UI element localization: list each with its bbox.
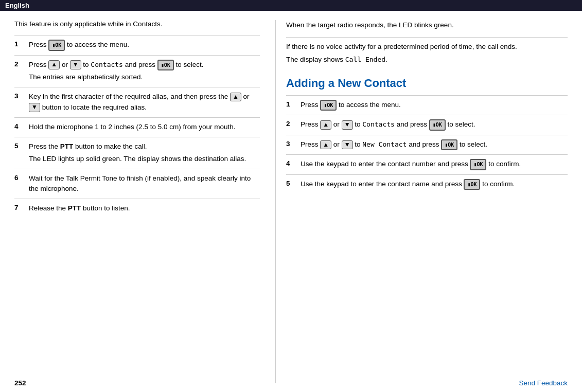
- step-num-1: 1: [14, 40, 24, 48]
- left-step-3: 3 Key in the first character of the requ…: [14, 87, 260, 117]
- send-feedback-link[interactable]: Send Feedback: [519, 379, 568, 387]
- left-step-4: 4 Hold the microphone 1 to 2 inches (2.5…: [14, 117, 260, 137]
- right-step-4: 4 Use the keypad to enter the contact nu…: [286, 154, 568, 174]
- right-step-5: 5 Use the keypad to enter the contact na…: [286, 174, 568, 194]
- up-arrow-icon: ▲: [230, 93, 241, 102]
- footer: 252 Send Feedback: [14, 379, 568, 387]
- right-step-content-2: Press ▲ or ▼ to Contacts and press ▮OK t…: [301, 119, 568, 131]
- right-step-2: 2 Press ▲ or ▼ to Contacts and press ▮OK…: [286, 115, 568, 135]
- right-step-content-3: Press ▲ or ▼ to New Contact and press ▮O…: [301, 139, 568, 151]
- step-content-1: Press ▮OK to access the menu.: [29, 40, 260, 51]
- ok-btn-r5: ▮OK: [464, 179, 480, 190]
- left-step-1: 1 Press ▮OK to access the menu.: [14, 35, 260, 55]
- step-num-4: 4: [14, 122, 24, 130]
- ok-btn-icon: ▮OK: [48, 40, 65, 51]
- ptt-label-2: PTT: [68, 204, 81, 212]
- section-title-container: Adding a New Contact: [286, 77, 568, 90]
- up-arrow-r2: ▲: [320, 120, 331, 130]
- step-2-subtext: The entries are alphabetically sorted.: [29, 72, 260, 83]
- down-arrow-icon: ▼: [70, 60, 81, 69]
- right-intro-block-1: When the target radio responds, the LED …: [286, 20, 568, 37]
- ptt-label: PTT: [60, 142, 74, 150]
- header-label: English: [5, 2, 29, 9]
- right-column: When the target radio responds, the LED …: [275, 20, 568, 383]
- step-num-5: 5: [14, 141, 24, 150]
- step-content-5: Press the PTT button to make the call. T…: [29, 141, 260, 165]
- right-step-1: 1 Press ▮OK to access the menu.: [286, 95, 568, 115]
- header-bar: English: [0, 0, 582, 11]
- right-step-num-2: 2: [286, 119, 295, 128]
- left-step-7: 7 Release the PTT button to listen.: [14, 199, 260, 218]
- step-num-3: 3: [14, 92, 24, 100]
- step-num-7: 7: [14, 203, 24, 211]
- right-intro-block-2: If there is no voice activity for a pred…: [286, 37, 568, 72]
- ok-btn-icon: ▮OK: [157, 60, 174, 71]
- page-number: 252: [14, 379, 26, 387]
- step-num-2: 2: [14, 60, 24, 68]
- right-step-num-1: 1: [286, 100, 295, 108]
- right-intro-3: The display shows Call Ended.: [286, 55, 568, 65]
- step-content-7: Release the PTT button to listen.: [29, 203, 260, 214]
- right-step-num-3: 3: [286, 139, 295, 148]
- right-step-content-5: Use the keypad to enter the contact name…: [301, 179, 568, 190]
- right-step-content-1: Press ▮OK to access the menu.: [301, 100, 568, 111]
- ok-btn-r2: ▮OK: [429, 119, 446, 131]
- content-area: This feature is only applicable while in…: [0, 11, 582, 388]
- step-content-3: Key in the first character of the requir…: [29, 92, 260, 113]
- ok-btn-r1: ▮OK: [320, 100, 337, 111]
- left-intro: This feature is only applicable while in…: [14, 20, 260, 28]
- left-column: This feature is only applicable while in…: [14, 20, 275, 383]
- right-intro-1: When the target radio responds, the LED …: [286, 20, 568, 31]
- up-arrow-r3: ▲: [320, 140, 331, 150]
- down-arrow-icon: ▼: [29, 103, 40, 112]
- down-arrow-r2: ▼: [342, 120, 353, 130]
- down-arrow-r3: ▼: [342, 140, 353, 150]
- section-title: Adding a New Contact: [286, 77, 568, 90]
- ok-btn-r3: ▮OK: [441, 139, 457, 151]
- left-step-2: 2 Press ▲ or ▼ to Contacts and press ▮OK…: [14, 55, 260, 87]
- left-step-5: 5 Press the PTT button to make the call.…: [14, 137, 260, 169]
- right-step-3: 3 Press ▲ or ▼ to New Contact and press …: [286, 135, 568, 155]
- step-content-4: Hold the microphone 1 to 2 inches (2.5 t…: [29, 122, 260, 133]
- right-intro-2: If there is no voice activity for a pred…: [286, 42, 568, 52]
- right-step-num-4: 4: [286, 159, 295, 167]
- step-num-6: 6: [14, 173, 24, 182]
- left-step-6: 6 Wait for the Talk Permit Tone to finis…: [14, 169, 260, 199]
- up-arrow-icon: ▲: [48, 60, 60, 69]
- step-content-6: Wait for the Talk Permit Tone to finish …: [29, 173, 260, 195]
- right-step-num-5: 5: [286, 179, 295, 187]
- right-step-content-4: Use the keypad to enter the contact numb…: [301, 159, 568, 170]
- step-content-2: Press ▲ or ▼ to Contacts and press ▮OK t…: [29, 60, 260, 83]
- step-5-subtext: The LED lights up solid green. The displ…: [29, 154, 260, 165]
- ok-btn-r4: ▮OK: [470, 159, 486, 170]
